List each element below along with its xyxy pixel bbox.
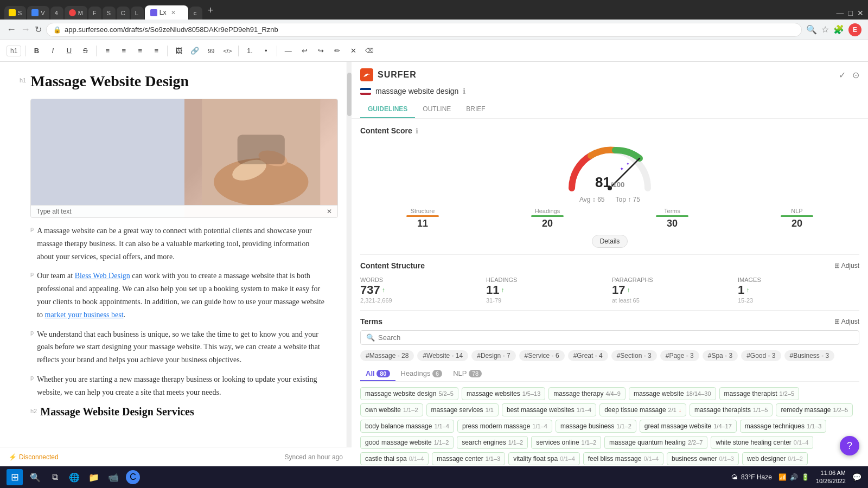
h1-dropdown[interactable]: h1 bbox=[7, 46, 21, 56]
term-pill[interactable]: white stone healing center0/1–4 bbox=[711, 436, 813, 449]
divider-button[interactable]: — bbox=[281, 44, 295, 58]
term-pill[interactable]: own website1/1–2 bbox=[360, 403, 423, 416]
eraser-button[interactable]: ⌫ bbox=[362, 44, 376, 58]
editor-h1[interactable]: Massage Website Design bbox=[30, 73, 327, 90]
term-pill[interactable]: massage quantum healing2/2–7 bbox=[604, 436, 707, 449]
term-pill[interactable]: great massage website1/4–17 bbox=[640, 420, 737, 433]
tab-guidelines[interactable]: GUIDELINES bbox=[360, 101, 415, 118]
tag-great[interactable]: #Great - 4 bbox=[568, 350, 608, 361]
term-pill[interactable]: deep tissue massage2/1 ↓ bbox=[599, 403, 686, 416]
image-block[interactable]: Type alt text ✕ bbox=[30, 99, 338, 218]
tab-active[interactable]: Lx ✕ bbox=[145, 5, 188, 20]
undo-button[interactable]: ↩ bbox=[297, 44, 311, 58]
align-center-button[interactable]: ≡ bbox=[117, 44, 131, 58]
underline-button[interactable]: U bbox=[62, 44, 76, 58]
tag-service[interactable]: #Service - 6 bbox=[519, 350, 565, 361]
term-pill[interactable]: massage therapists1/1–5 bbox=[690, 403, 773, 416]
notification-icon[interactable]: 💬 bbox=[852, 473, 861, 481]
highlight-button[interactable]: ✏ bbox=[330, 44, 344, 58]
tab-outline[interactable]: OUTLINE bbox=[415, 101, 458, 118]
term-pill[interactable]: best massage websites1/1–4 bbox=[502, 403, 596, 416]
quote-button[interactable]: 99 bbox=[204, 44, 218, 58]
term-pill[interactable]: body balance massage1/1–4 bbox=[360, 420, 454, 433]
italic-button[interactable]: I bbox=[46, 44, 60, 58]
tag-design[interactable]: #Design - 7 bbox=[471, 350, 515, 361]
help-button[interactable]: ? bbox=[840, 436, 859, 455]
editor-para-2[interactable]: Our team at Bless Web Design can work wi… bbox=[37, 269, 327, 321]
terms-tab-nlp[interactable]: NLP 78 bbox=[448, 367, 487, 381]
term-pill[interactable]: massage center1/1–3 bbox=[432, 452, 505, 465]
terms-tab-headings[interactable]: Headings 6 bbox=[395, 367, 448, 381]
back-button[interactable]: ← bbox=[7, 24, 16, 35]
tab-inactive-8[interactable]: L bbox=[131, 7, 144, 20]
link-button[interactable]: 🔗 bbox=[188, 44, 202, 58]
term-pill[interactable]: massage websites1/5–13 bbox=[462, 387, 545, 400]
bold-button[interactable]: B bbox=[29, 44, 43, 58]
content-score-info-icon[interactable]: ℹ bbox=[416, 127, 418, 135]
task-view-button[interactable]: ⧉ bbox=[48, 470, 62, 484]
adjust-button[interactable]: ⊞ Adjust bbox=[834, 262, 859, 269]
editor-para-3[interactable]: We understand that each business is uniq… bbox=[37, 328, 327, 367]
chrome-taskbar[interactable]: C bbox=[126, 470, 140, 484]
term-pill[interactable]: massage techniques1/1–3 bbox=[740, 420, 827, 433]
new-tab-button[interactable]: + bbox=[203, 2, 218, 20]
close-button[interactable]: ✕ bbox=[857, 9, 864, 17]
term-pill[interactable]: massage business1/1–2 bbox=[556, 420, 636, 433]
term-pill[interactable]: castle thai spa0/1–4 bbox=[360, 452, 429, 465]
clear-format-button[interactable]: ✕ bbox=[346, 44, 360, 58]
tab-inactive-4[interactable]: M bbox=[65, 6, 87, 20]
check-icon[interactable]: ✓ bbox=[839, 70, 846, 80]
address-bar[interactable]: 🔒 app.surferseo.com/drafts/s/So9zeNludv8… bbox=[46, 23, 802, 37]
term-pill[interactable]: feel bliss massage0/1–4 bbox=[583, 452, 663, 465]
tag-website[interactable]: #Website - 14 bbox=[417, 350, 468, 361]
term-pill[interactable]: web designer0/1–2 bbox=[742, 452, 808, 465]
wifi-icon[interactable]: 📶 bbox=[778, 473, 787, 481]
align-right-button[interactable]: ≡ bbox=[133, 44, 147, 58]
tag-spa[interactable]: #Spa - 3 bbox=[703, 350, 738, 361]
image-button[interactable]: 🖼 bbox=[171, 44, 186, 58]
details-button[interactable]: Details bbox=[592, 235, 628, 248]
files-taskbar[interactable]: 📁 bbox=[87, 470, 101, 484]
terms-tab-all[interactable]: All 80 bbox=[360, 367, 395, 381]
align-left-button[interactable]: ≡ bbox=[100, 44, 114, 58]
close-alt-icon[interactable]: ✕ bbox=[327, 208, 332, 215]
tab-inactive-7[interactable]: C bbox=[117, 7, 130, 20]
edge-taskbar[interactable]: 🌐 bbox=[67, 470, 81, 484]
term-pill[interactable]: good massage website1/1–2 bbox=[360, 436, 454, 449]
extensions-icon[interactable]: 🧩 bbox=[833, 24, 844, 35]
term-pill[interactable]: business owner0/1–3 bbox=[667, 452, 739, 465]
search-icon[interactable]: 🔍 bbox=[806, 24, 817, 35]
editor-h2[interactable]: Massage Website Design Services bbox=[40, 406, 194, 418]
tab-inactive-5[interactable]: F bbox=[88, 7, 101, 20]
maximize-button[interactable]: □ bbox=[848, 9, 853, 17]
tab-inactive-9[interactable]: c bbox=[189, 7, 202, 20]
tab-inactive[interactable]: S bbox=[4, 6, 26, 20]
meet-taskbar[interactable]: 📹 bbox=[106, 470, 120, 484]
tag-massage[interactable]: #Massage - 28 bbox=[360, 350, 414, 361]
redo-button[interactable]: ↪ bbox=[314, 44, 328, 58]
term-pill[interactable]: massage therapy4/4–9 bbox=[548, 387, 626, 400]
tab-inactive-2[interactable]: V bbox=[27, 6, 49, 20]
tag-good[interactable]: #Good - 3 bbox=[741, 350, 781, 361]
tag-business[interactable]: #Business - 3 bbox=[784, 350, 835, 361]
ordered-list-button[interactable]: 1. bbox=[242, 44, 257, 58]
start-button[interactable]: ⊞ bbox=[7, 469, 23, 485]
minimize-button[interactable]: — bbox=[837, 9, 844, 17]
volume-icon[interactable]: 🔊 bbox=[790, 473, 798, 481]
terms-adjust-button[interactable]: ⊞ Adjust bbox=[834, 318, 859, 325]
tab-inactive-3[interactable]: 4 bbox=[50, 7, 63, 20]
tag-page[interactable]: #Page - 3 bbox=[660, 350, 699, 361]
reload-button[interactable]: ↻ bbox=[35, 24, 42, 35]
term-pill[interactable]: massage services1/1 bbox=[426, 403, 499, 416]
info-icon[interactable]: ℹ bbox=[463, 87, 465, 95]
tab-inactive-6[interactable]: S bbox=[103, 7, 116, 20]
bookmark-icon[interactable]: ☆ bbox=[821, 24, 829, 35]
search-taskbar-button[interactable]: 🔍 bbox=[28, 470, 42, 484]
strikethrough-button[interactable]: S bbox=[78, 44, 92, 58]
unordered-list-button[interactable]: • bbox=[259, 44, 273, 58]
term-pill[interactable]: vitality float spa0/1–4 bbox=[508, 452, 580, 465]
forward-button[interactable]: → bbox=[21, 24, 30, 35]
tag-section[interactable]: #Section - 3 bbox=[611, 350, 657, 361]
tab-brief[interactable]: BRIEF bbox=[458, 101, 493, 118]
editor-para-1[interactable]: A massage website can be a great way to … bbox=[37, 224, 327, 263]
